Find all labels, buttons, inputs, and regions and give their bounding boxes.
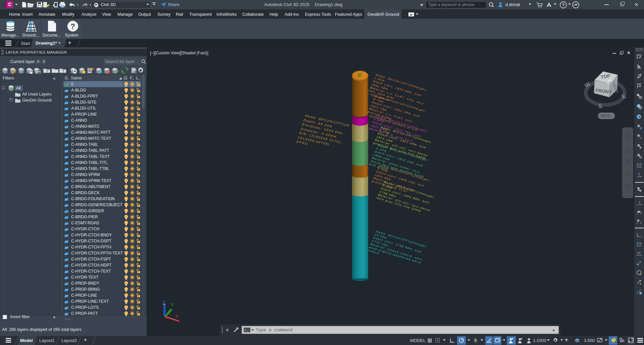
svg-text:W: W xyxy=(584,80,592,89)
svg-text:A: A xyxy=(640,136,642,139)
svg-text:?: ? xyxy=(562,2,565,7)
svg-text:?: ? xyxy=(70,22,75,31)
svg-text:Y: Y xyxy=(171,302,174,307)
svg-text:X: X xyxy=(175,313,179,319)
